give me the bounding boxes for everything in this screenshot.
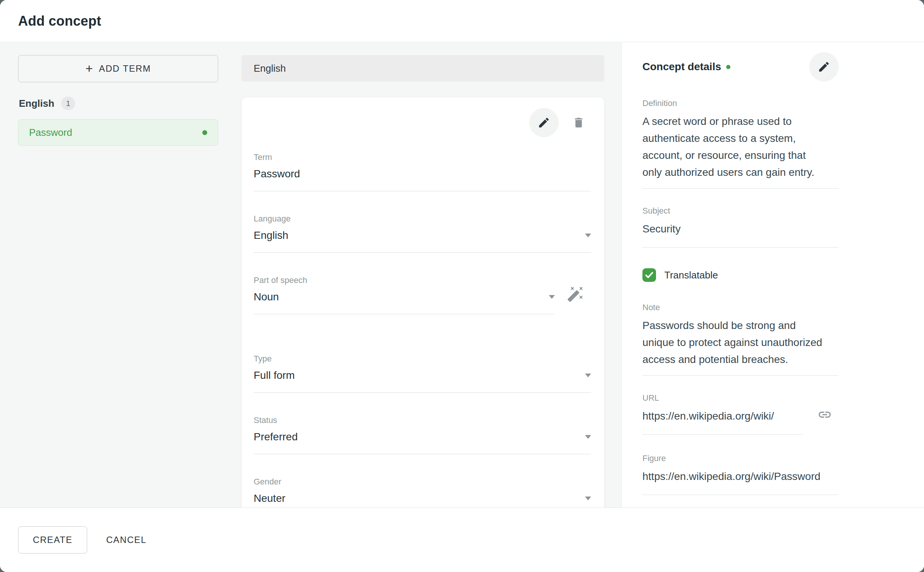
status-field: Status Preferred (254, 415, 591, 454)
concept-details-header: Concept details (642, 52, 839, 81)
term-count-badge: 1 (61, 96, 75, 110)
page-title: Add concept (18, 13, 101, 29)
plus-icon: + (85, 62, 93, 75)
url-value: https://en.wikipedia.org/wiki/ (642, 407, 803, 434)
cancel-button[interactable]: CANCEL (102, 526, 150, 553)
url-row: URL https://en.wikipedia.org/wiki/ (642, 393, 839, 435)
dialog-titlebar: Add concept (0, 0, 924, 42)
term-list-item-password[interactable]: Password (18, 119, 218, 146)
term-sidebar: + ADD TERM English 1 Password (18, 55, 218, 507)
delete-term-button[interactable] (572, 116, 585, 129)
term-item-label: Password (29, 127, 72, 138)
note-field[interactable]: Note Passwords should be strong and uniq… (642, 303, 839, 376)
concept-details-panel: Concept details Definition A secret word… (621, 42, 924, 507)
chevron-down-icon (585, 435, 591, 439)
note-value: Passwords should be strong and unique to… (642, 317, 823, 375)
part-of-speech-row: Part of speech Noun (254, 275, 591, 314)
gender-select[interactable]: Neuter (254, 492, 591, 507)
gender-field: Gender Neuter (254, 477, 591, 507)
status-select[interactable]: Preferred (254, 430, 591, 454)
dialog-body: + ADD TERM English 1 Password English (0, 42, 924, 507)
definition-value: A secret word or phrase used to authenti… (642, 113, 823, 188)
language-select[interactable]: English (254, 228, 591, 252)
dialog-footer: CREATE CANCEL (0, 507, 924, 572)
add-term-button[interactable]: + ADD TERM (18, 55, 218, 82)
term-field: Term Password (254, 152, 591, 191)
edit-concept-button[interactable] (809, 52, 839, 81)
figure-field[interactable]: Figure https://en.wikipedia.org/wiki/Pas… (642, 454, 839, 495)
chevron-down-icon (585, 373, 591, 377)
figure-value: https://en.wikipedia.org/wiki/Password (642, 468, 831, 495)
term-field-label: Term (254, 152, 591, 162)
term-editor-column: English (241, 55, 604, 507)
url-field[interactable]: URL https://en.wikipedia.org/wiki/ (642, 393, 803, 435)
translatable-label: Translatable (664, 269, 718, 281)
subject-field[interactable]: Subject Security (642, 206, 839, 247)
term-language-header: English (241, 55, 604, 81)
open-link-button[interactable] (818, 407, 832, 422)
pencil-icon (538, 116, 550, 129)
subject-value: Security (642, 220, 839, 247)
language-field: Language English (254, 214, 591, 253)
term-card-actions (254, 108, 585, 137)
main-area: + ADD TERM English 1 Password English (0, 42, 621, 507)
magic-wand-icon (567, 285, 584, 303)
type-field: Type Full form (254, 354, 591, 393)
note-label: Note (642, 303, 839, 312)
definition-label: Definition (642, 98, 839, 108)
status-dot-icon (202, 130, 207, 135)
part-of-speech-label: Part of speech (254, 275, 555, 285)
term-group-language: English (19, 98, 54, 109)
term-group-header: English 1 (19, 96, 218, 110)
url-label: URL (642, 393, 803, 403)
figure-label: Figure (642, 454, 839, 463)
part-of-speech-field: Part of speech Noun (254, 275, 555, 314)
definition-field[interactable]: Definition A secret word or phrase used … (642, 98, 839, 189)
type-select[interactable]: Full form (254, 368, 591, 392)
language-field-label: Language (254, 214, 591, 224)
status-field-label: Status (254, 415, 591, 425)
checkbox-checked-icon (642, 268, 656, 282)
edit-term-button[interactable] (529, 108, 558, 137)
gender-field-label: Gender (254, 477, 591, 487)
link-icon (818, 407, 832, 422)
chevron-down-icon (585, 233, 591, 237)
part-of-speech-select[interactable]: Noun (254, 290, 555, 314)
type-field-label: Type (254, 354, 591, 364)
subject-label: Subject (642, 206, 839, 216)
status-dot-icon (726, 65, 730, 69)
term-card: Term Password Language English (241, 97, 604, 507)
create-button[interactable]: CREATE (18, 526, 87, 553)
auto-fill-button[interactable] (567, 285, 584, 303)
concept-details-title: Concept details (642, 61, 721, 73)
chevron-down-icon (585, 497, 591, 500)
chevron-down-icon (549, 295, 555, 299)
trash-icon (572, 116, 585, 129)
term-input[interactable]: Password (254, 167, 591, 191)
translatable-checkbox[interactable]: Translatable (642, 268, 839, 282)
add-concept-dialog: Add concept + ADD TERM English 1 Passwor… (0, 0, 924, 572)
pencil-icon (818, 61, 831, 73)
add-term-label: ADD TERM (99, 64, 151, 74)
